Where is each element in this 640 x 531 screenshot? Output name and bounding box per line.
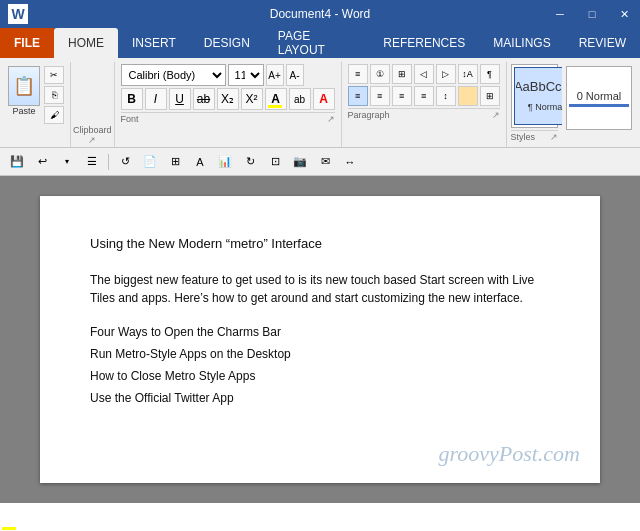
font-grow-button[interactable]: A+ [266, 64, 284, 86]
bullets-quick-button[interactable]: ☰ [81, 151, 103, 173]
style-indicator [569, 104, 629, 107]
window-controls: ─ □ ✕ [544, 0, 640, 28]
paragraph-section: ≡ ① ⊞ ◁ ▷ ↕A ¶ ≡ ≡ ≡ ≡ ↕ ⊞ Paragraph ↗ [342, 62, 507, 147]
grid-button[interactable]: ⊡ [264, 151, 286, 173]
style-selector-value: 0 Normal [577, 90, 622, 102]
resize-button[interactable]: ↔ [339, 151, 361, 173]
word-icon: W [8, 4, 28, 24]
underline-button[interactable]: U [169, 88, 191, 110]
font-label: Font [121, 114, 139, 124]
font-row1: Calibri (Body) 11 A+ A- [121, 64, 335, 86]
bullets-button[interactable]: ≡ [348, 64, 368, 84]
list-buttons-row: ≡ ① ⊞ ◁ ▷ ↕A ¶ [348, 64, 500, 84]
font-shrink-button[interactable]: A- [286, 64, 304, 86]
justify-button[interactable]: ≡ [414, 86, 434, 106]
title-bar: W Document4 - Word ─ □ ✕ [0, 0, 640, 28]
minimize-button[interactable]: ─ [544, 0, 576, 28]
tab-references[interactable]: REFERENCES [369, 28, 479, 58]
font-color-button[interactable]: A [313, 88, 335, 110]
strikethrough-button[interactable]: ab [193, 88, 215, 110]
paste-label: Paste [12, 106, 35, 116]
paragraph-label: Paragraph [348, 110, 390, 120]
repeat-button[interactable]: ↺ [114, 151, 136, 173]
font-expand-icon[interactable]: ↗ [327, 114, 335, 124]
document-page: Using the New Modern “metro” Interface T… [40, 196, 600, 483]
ribbon: 📋 Paste ✂ ⎘ 🖌 Clipboard ↗ Calibri (Body)… [0, 58, 640, 148]
copy-button[interactable]: ⎘ [44, 86, 64, 104]
image-button[interactable]: 📷 [289, 151, 311, 173]
show-marks-button[interactable]: ¶ [480, 64, 500, 84]
align-right-button[interactable]: ≡ [392, 86, 412, 106]
format-painter-button[interactable]: 🖌 [44, 106, 64, 124]
multilevel-button[interactable]: ⊞ [392, 64, 412, 84]
paste-button[interactable]: 📋 Paste [8, 66, 40, 116]
tab-page-layout[interactable]: PAGE LAYOUT [264, 28, 369, 58]
tab-file[interactable]: FILE [0, 28, 54, 58]
sort-button[interactable]: ↕A [458, 64, 478, 84]
watermark: groovyPost.com [438, 441, 580, 467]
document-body[interactable]: The biggest new feature to get used to i… [90, 271, 550, 307]
mail-button[interactable]: ✉ [314, 151, 336, 173]
font-row2: B I U ab X₂ X² A ab A [121, 88, 335, 110]
clipboard-section: 📋 Paste ✂ ⎘ 🖌 [4, 62, 71, 147]
borders-button[interactable]: ⊞ [480, 86, 500, 106]
clipboard-small-icons: ✂ ⎘ 🖌 [44, 66, 64, 124]
save-quick-button[interactable]: 💾 [6, 151, 28, 173]
maximize-button[interactable]: □ [576, 0, 608, 28]
document-area: Using the New Modern “metro” Interface T… [0, 176, 640, 503]
style-normal[interactable]: AaBbCcDe ¶ Normal [514, 67, 562, 125]
bold-button[interactable]: B [121, 88, 143, 110]
toolbar2: 💾 ↩ ▾ ☰ ↺ 📄 ⊞ A 📊 ↻ ⊡ 📷 ✉ ↔ [0, 148, 640, 176]
font-section: Calibri (Body) 11 A+ A- B I U ab X₂ X² A… [115, 62, 342, 147]
align-row: ≡ ≡ ≡ ≡ ↕ ⊞ [348, 86, 500, 106]
undo-dropdown[interactable]: ▾ [56, 151, 78, 173]
decrease-indent-button[interactable]: ◁ [414, 64, 434, 84]
format-text-button[interactable]: A [189, 151, 211, 173]
font-size-select[interactable]: 11 [228, 64, 264, 86]
toolbar2-sep1 [108, 154, 109, 170]
styles-gallery: AaBbCcDe ¶ Normal AaB ¶ No... [511, 64, 558, 128]
document-list: Four Ways to Open the Charms Bar Run Met… [90, 325, 550, 405]
table-button[interactable]: ⊞ [164, 151, 186, 173]
styles-label: Styles [511, 132, 536, 142]
redo-button[interactable]: ↻ [239, 151, 261, 173]
style-selector-section: 0 Normal [562, 62, 636, 147]
title-text: Document4 - Word [270, 7, 370, 21]
list-item-3[interactable]: How to Close Metro Style Apps [90, 369, 550, 383]
ribbon-tabs: FILE HOME INSERT DESIGN PAGE LAYOUT REFE… [0, 28, 640, 58]
align-center-button[interactable]: ≡ [370, 86, 390, 106]
tab-review[interactable]: REVIEW [565, 28, 640, 58]
tab-insert[interactable]: INSERT [118, 28, 190, 58]
document-title: Using the New Modern “metro” Interface [90, 236, 550, 251]
list-item-2[interactable]: Run Metro-Style Apps on the Desktop [90, 347, 550, 361]
shading-button[interactable] [458, 86, 478, 106]
superscript-button[interactable]: X² [241, 88, 263, 110]
styles-section: AaBbCcDe ¶ Normal AaB ¶ No... Styles ↗ [507, 62, 562, 147]
text-color-button[interactable]: A [265, 88, 287, 110]
style-selector-box[interactable]: 0 Normal [566, 66, 632, 130]
style-normal-preview: AaBbCcDe [516, 70, 562, 102]
clipboard-label: Clipboard [73, 125, 112, 135]
new-doc-button[interactable]: 📄 [139, 151, 161, 173]
style-normal-label: ¶ Normal [528, 102, 562, 112]
align-left-button[interactable]: ≡ [348, 86, 368, 106]
highlight-button[interactable]: ab [289, 88, 311, 110]
tab-design[interactable]: DESIGN [190, 28, 264, 58]
line-spacing-button[interactable]: ↕ [436, 86, 456, 106]
close-button[interactable]: ✕ [608, 0, 640, 28]
increase-indent-button[interactable]: ▷ [436, 64, 456, 84]
list-item-4[interactable]: Use the Official Twitter App [90, 391, 550, 405]
cut-button[interactable]: ✂ [44, 66, 64, 84]
tab-mailings[interactable]: MAILINGS [479, 28, 564, 58]
italic-button[interactable]: I [145, 88, 167, 110]
subscript-button[interactable]: X₂ [217, 88, 239, 110]
numbering-button[interactable]: ① [370, 64, 390, 84]
styles-expand-icon[interactable]: ↗ [550, 132, 558, 142]
undo-button[interactable]: ↩ [31, 151, 53, 173]
list-item-1[interactable]: Four Ways to Open the Charms Bar [90, 325, 550, 339]
paste-icon: 📋 [8, 66, 40, 106]
chart-button[interactable]: 📊 [214, 151, 236, 173]
font-name-select[interactable]: Calibri (Body) [121, 64, 226, 86]
tab-home[interactable]: HOME [54, 28, 118, 58]
paragraph-expand-icon[interactable]: ↗ [492, 110, 500, 120]
